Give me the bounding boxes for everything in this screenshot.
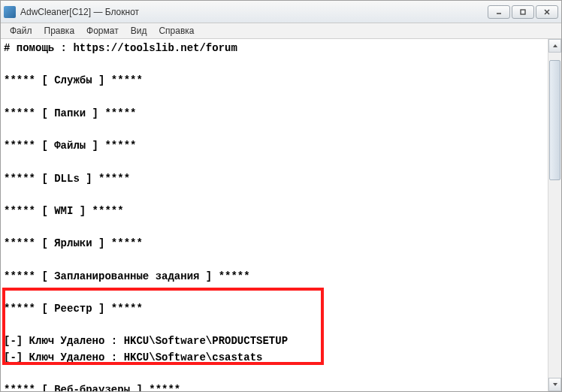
scroll-up-button[interactable] bbox=[548, 39, 561, 53]
menu-file[interactable]: Файл bbox=[4, 24, 38, 38]
menu-bar: Файл Правка Формат Вид Справка bbox=[1, 23, 561, 39]
document-text[interactable]: # помощь : https://toolslib.net/forum **… bbox=[1, 39, 548, 391]
close-button[interactable] bbox=[536, 5, 558, 19]
scroll-thumb[interactable] bbox=[549, 60, 560, 180]
client-area: # помощь : https://toolslib.net/forum **… bbox=[1, 39, 561, 391]
notepad-icon bbox=[4, 6, 16, 18]
scroll-track[interactable] bbox=[548, 53, 561, 378]
menu-format[interactable]: Формат bbox=[80, 24, 125, 38]
menu-edit[interactable]: Правка bbox=[38, 24, 81, 38]
menu-view[interactable]: Вид bbox=[125, 24, 153, 38]
window-titlebar: AdwCleaner[C12] — Блокнот bbox=[1, 1, 561, 23]
window-title: AdwCleaner[C12] — Блокнот bbox=[20, 7, 488, 17]
svg-marker-5 bbox=[553, 383, 557, 386]
window-controls bbox=[488, 5, 558, 19]
svg-marker-4 bbox=[553, 44, 557, 47]
menu-help[interactable]: Справка bbox=[153, 24, 200, 38]
minimize-button[interactable] bbox=[488, 5, 510, 19]
text-area[interactable]: # помощь : https://toolslib.net/forum **… bbox=[1, 39, 548, 391]
vertical-scrollbar[interactable] bbox=[548, 39, 561, 391]
maximize-button[interactable] bbox=[512, 5, 534, 19]
scroll-down-button[interactable] bbox=[548, 378, 561, 391]
svg-rect-1 bbox=[521, 10, 525, 14]
